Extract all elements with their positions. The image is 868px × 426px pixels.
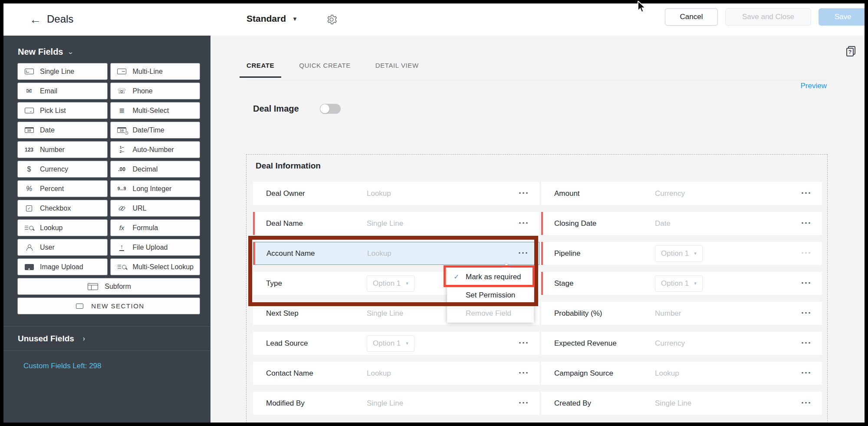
field-row-expected-revenue[interactable]: Expected RevenueCurrency··· xyxy=(541,332,822,355)
field-type-button-percent[interactable]: %Percent xyxy=(17,180,108,197)
save-button[interactable]: Save xyxy=(819,8,865,26)
row-actions-button[interactable]: ··· xyxy=(519,397,529,408)
pick-list-icon: ⌄ xyxy=(23,108,36,113)
field-type-button-date[interactable]: 10Date xyxy=(17,122,108,139)
field-type-button-email[interactable]: ✉Email xyxy=(17,83,108,99)
field-row-deal-owner[interactable]: Deal OwnerLookup··· xyxy=(253,182,539,205)
new-section-icon xyxy=(73,304,86,309)
field-type-placeholder: Date xyxy=(655,219,671,228)
field-row-account-name[interactable]: Account NameLookup··· xyxy=(253,242,539,265)
user-icon xyxy=(23,244,36,251)
row-actions-button[interactable]: ··· xyxy=(801,307,812,318)
field-type-button-checkbox[interactable]: ✓Checkbox xyxy=(17,200,108,217)
field-label: Deal Name xyxy=(266,219,367,228)
preview-link[interactable]: Preview xyxy=(801,82,827,90)
field-type-button-subform[interactable]: Subform xyxy=(17,278,200,295)
chevron-down-icon: ▾ xyxy=(694,281,697,286)
percent-icon: % xyxy=(23,185,36,192)
row-actions-button[interactable]: ··· xyxy=(801,397,812,408)
field-row-pipeline[interactable]: PipelineOption 1▾··· xyxy=(541,242,822,265)
back-arrow-icon[interactable]: ← xyxy=(30,13,41,26)
new-fields-header[interactable]: New Fields ⌄ xyxy=(3,36,210,63)
deal-image-row: Deal Image xyxy=(253,104,341,114)
field-type-label: Multi-Select Lookup xyxy=(133,263,194,271)
app-window: ← Deals Standard ▼ Cancel Save and Close… xyxy=(3,3,865,423)
field-type-label: Decimal xyxy=(133,165,158,173)
row-actions-button[interactable]: ··· xyxy=(801,248,812,258)
field-type-label: URL xyxy=(133,205,147,212)
check-icon: ✓ xyxy=(454,273,459,281)
cancel-button[interactable]: Cancel xyxy=(665,8,718,26)
menu-item-set-permission[interactable]: Set Permission xyxy=(447,286,534,304)
field-type-button-auto-number[interactable]: 1–2–Auto-Number xyxy=(110,141,201,158)
field-row-modified-by[interactable]: Modified BySingle Line··· xyxy=(253,392,539,415)
chevron-down-icon: ▼ xyxy=(292,16,298,22)
row-actions-button[interactable]: ··· xyxy=(519,367,529,378)
field-type-button-decimal[interactable]: .00Decimal xyxy=(110,161,201,178)
picklist-preview: Option 1▾ xyxy=(655,275,703,292)
field-type-button-single-line[interactable]: Single Line xyxy=(17,63,108,80)
field-label: Contact Name xyxy=(266,369,367,378)
field-row-closing-date[interactable]: Closing DateDate··· xyxy=(541,212,822,235)
tab-quick-create[interactable]: QUICK CREATE xyxy=(299,55,351,78)
multi-line-icon xyxy=(115,69,128,74)
field-row-contact-name[interactable]: Contact NameLookup··· xyxy=(253,362,539,385)
layout-name: Standard xyxy=(247,13,286,24)
layout-selector[interactable]: Standard ▼ xyxy=(247,13,298,24)
auto-number-icon: 1–2– xyxy=(115,145,128,154)
tab-create[interactable]: CREATE xyxy=(240,55,281,78)
field-type-button-new-section[interactable]: NEW SECTION xyxy=(17,297,200,314)
field-type-button-multi-select[interactable]: ≣Multi-Select xyxy=(110,102,201,119)
row-actions-button[interactable]: ··· xyxy=(519,337,529,348)
field-type-button-multi-select-lookup[interactable]: Multi-Select Lookup xyxy=(110,258,201,275)
field-type-label: Checkbox xyxy=(40,205,71,212)
row-actions-button[interactable]: ··· xyxy=(519,218,529,228)
field-type-button-date-time[interactable]: 10◷Date/Time xyxy=(110,122,201,139)
row-actions-button[interactable]: ··· xyxy=(801,277,812,288)
field-type-label: Number xyxy=(40,146,65,154)
tab-detail-view[interactable]: DETAIL VIEW xyxy=(375,55,419,78)
field-type-button-lookup[interactable]: Lookup xyxy=(17,219,108,236)
multi-select-icon: ≣ xyxy=(115,107,128,114)
field-type-button-multi-line[interactable]: Multi-Line xyxy=(110,63,201,80)
decimal-icon: .00 xyxy=(115,166,128,172)
field-type-placeholder: Single Line xyxy=(367,219,403,228)
row-actions-button[interactable]: ··· xyxy=(801,367,812,378)
field-type-button-phone[interactable]: ☏Phone xyxy=(110,83,201,99)
field-columns: Deal OwnerLookup···Deal NameSingle Line·… xyxy=(253,182,827,422)
field-row-created-by[interactable]: Created BySingle Line··· xyxy=(541,392,822,415)
field-type-button-url[interactable]: URL xyxy=(110,200,201,217)
field-row-campaign-source[interactable]: Campaign SourceLookup··· xyxy=(541,362,822,385)
chevron-down-icon: ▾ xyxy=(694,251,697,256)
unused-fields-toggle[interactable]: Unused Fields ⌄ xyxy=(3,327,210,350)
row-actions-button[interactable]: ··· xyxy=(801,337,812,348)
field-type-button-image-upload[interactable]: ▲Image Upload xyxy=(17,258,108,275)
field-type-button-user[interactable]: User xyxy=(17,239,108,256)
row-actions-button[interactable]: ··· xyxy=(801,188,812,198)
field-type-placeholder: Currency xyxy=(655,339,685,348)
field-type-button-number[interactable]: 123Number xyxy=(17,141,108,158)
field-type-button-pick-list[interactable]: ⌄Pick List xyxy=(17,102,108,119)
field-type-label: User xyxy=(40,244,55,251)
field-row-deal-name[interactable]: Deal NameSingle Line··· xyxy=(253,212,539,235)
field-type-placeholder: Lookup xyxy=(655,369,679,378)
field-type-button-long-integer[interactable]: 9...9Long Integer xyxy=(110,180,201,197)
menu-item-mark-as-required[interactable]: ✓Mark as required xyxy=(447,268,534,286)
row-actions-button[interactable]: ··· xyxy=(518,248,529,258)
row-actions-button[interactable]: ··· xyxy=(519,188,529,198)
formula-icon: fx xyxy=(115,224,128,231)
field-type-button-formula[interactable]: fxFormula xyxy=(110,219,201,236)
section-title: Deal Information xyxy=(256,161,827,171)
field-row-lead-source[interactable]: Lead SourceOption 1▾··· xyxy=(253,332,539,355)
field-row-amount[interactable]: AmountCurrency··· xyxy=(541,182,822,205)
custom-fields-left-link[interactable]: Custom Fields Left: 298 xyxy=(3,351,210,370)
field-row-probability[interactable]: Probability (%)Number··· xyxy=(541,302,822,325)
help-icon[interactable]: ? xyxy=(846,46,857,57)
field-type-button-file-upload[interactable]: ↑File Upload xyxy=(110,239,201,256)
save-and-close-button[interactable]: Save and Close xyxy=(725,8,811,26)
row-actions-button[interactable]: ··· xyxy=(801,218,812,228)
deal-image-toggle[interactable] xyxy=(320,104,341,114)
gear-icon[interactable] xyxy=(326,14,337,25)
field-type-button-currency[interactable]: $Currency xyxy=(17,161,108,178)
field-row-stage[interactable]: StageOption 1▾··· xyxy=(541,272,822,295)
